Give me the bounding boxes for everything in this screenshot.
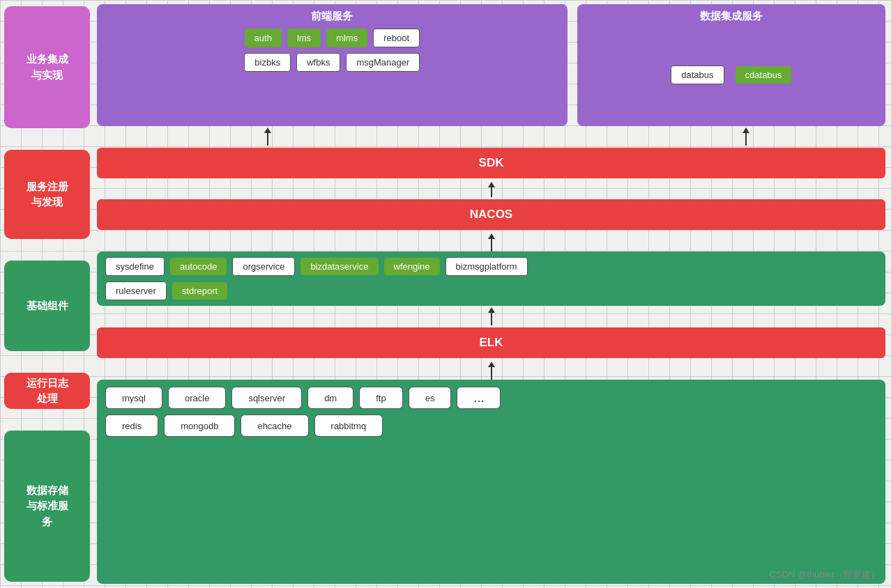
page-wrapper: 业务集成 与实现 服务注册 与发现 基础组件 运行日志 处理 数据存储与标准服务… xyxy=(0,0,891,588)
data-integration-title: 数据集成服务 xyxy=(700,10,763,23)
sidebar-foundation: 基础组件 xyxy=(4,261,90,351)
db-mongodb: mongodb xyxy=(164,415,235,437)
frontend-row2: bizbks wfbks msgManager xyxy=(104,53,561,72)
sidebar-biz: 业务集成 与实现 xyxy=(4,6,90,128)
storage-row1: mysql oracle sqlserver xyxy=(105,387,877,409)
nacos-row: NACOS xyxy=(97,197,885,232)
chip-wfbks: wfbks xyxy=(296,53,340,72)
db-sqlserver: sqlserver xyxy=(231,387,302,409)
db-oracle: oracle xyxy=(168,387,226,409)
frontend-service-box: 前端服务 auth lms mlms reboot bizbks wfbks m… xyxy=(97,4,568,126)
sidebar-storage: 数据存储与标准服务 xyxy=(4,431,90,582)
data-storage-section: mysql oracle sqlserver xyxy=(97,380,885,584)
nacos-bar: NACOS xyxy=(97,199,885,230)
chip-autocode: autocode xyxy=(170,258,227,275)
chip-lms: lms xyxy=(287,29,321,47)
frontend-title: 前端服务 xyxy=(104,10,561,23)
sidebar-log: 运行日志 处理 xyxy=(4,373,90,409)
db-ellipsis: ... xyxy=(457,387,501,409)
chip-orgservice: orgservice xyxy=(232,257,295,276)
foundation-row1: sysdefine autocode orgservice bizdataser… xyxy=(105,257,877,276)
data-integration-box: 数据集成服务 databus cdatabus xyxy=(577,4,885,126)
db-ftp: ftp xyxy=(359,387,402,409)
chip-bizmsgplatform: bizmsgplatform xyxy=(446,257,528,276)
arrow-row-3 xyxy=(97,232,885,252)
chip-reboot: reboot xyxy=(373,29,420,47)
chip-sysdefine: sysdefine xyxy=(105,257,165,276)
chip-mlms: mlms xyxy=(326,29,367,47)
chip-bizbks: bizbks xyxy=(244,53,291,72)
frontend-row1: auth lms mlms reboot xyxy=(104,29,561,47)
elk-row: ELK xyxy=(97,325,885,360)
arrow-row-4 xyxy=(97,306,885,325)
arrow-row-5 xyxy=(97,360,885,380)
db-rabbitmq: rabbitmq xyxy=(314,415,383,437)
db-es: es xyxy=(409,387,452,409)
db-dm: dm xyxy=(307,387,353,409)
chip-ruleserver: ruleserver xyxy=(105,281,167,300)
chip-bizdataservice: bizdataservice xyxy=(300,258,378,275)
elk-bar: ELK xyxy=(97,327,885,358)
db-redis: redis xyxy=(105,415,158,437)
sidebar-service-reg: 服务注册 与发现 xyxy=(4,150,90,239)
sdk-bar: SDK xyxy=(97,148,885,178)
chip-databus: databus xyxy=(671,65,724,84)
chip-auth: auth xyxy=(245,29,282,47)
db-mysql: mysql xyxy=(105,387,162,409)
chip-msgmanager: msgManager xyxy=(346,53,420,72)
data-integration-items: databus cdatabus xyxy=(671,29,791,121)
foundation-section: sysdefine autocode orgservice bizdataser… xyxy=(97,252,885,306)
sdk-row: SDK xyxy=(97,146,885,180)
storage-row2: redis mongodb ehcache rabbitmq xyxy=(105,415,877,437)
arrow-row-2 xyxy=(97,180,885,197)
top-services-row: 前端服务 auth lms mlms reboot bizbks wfbks m… xyxy=(97,4,885,126)
foundation-row2: ruleserver stdreport xyxy=(105,281,877,300)
right-content: 前端服务 auth lms mlms reboot bizbks wfbks m… xyxy=(94,0,891,588)
db-ehcache: ehcache xyxy=(241,415,308,437)
watermark: CSDN @thubier（段新建） xyxy=(770,568,880,581)
arrow-row-1 xyxy=(97,126,885,146)
chip-cdatabus: cdatabus xyxy=(736,66,792,84)
left-sidebar: 业务集成 与实现 服务注册 与发现 基础组件 运行日志 处理 数据存储与标准服务 xyxy=(0,0,94,588)
chip-wfengine: wfengine xyxy=(384,258,440,275)
chip-stdreport: stdreport xyxy=(172,282,227,300)
